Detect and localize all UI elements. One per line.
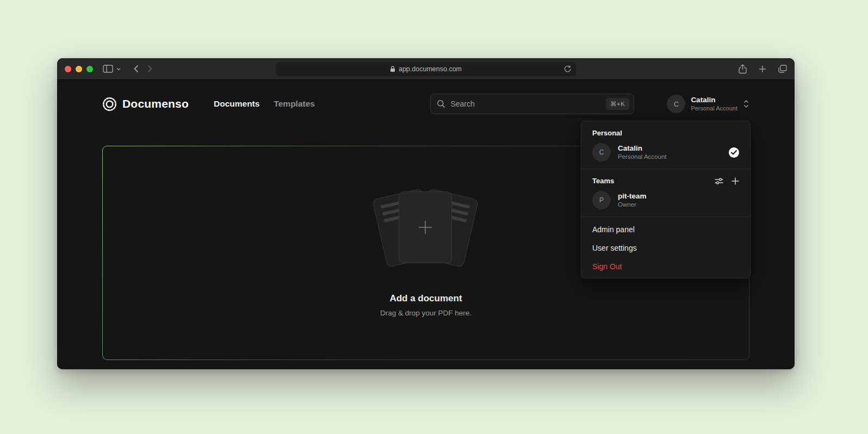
back-button[interactable] [134, 65, 139, 73]
nav-templates[interactable]: Templates [274, 99, 315, 109]
menu-personal-label: Personal [581, 125, 750, 139]
browser-window: app.documenso.com [57, 58, 795, 369]
nav-documents[interactable]: Documents [214, 99, 259, 109]
team-avatar: P [592, 191, 611, 209]
stack-card-center [399, 191, 452, 263]
personal-name: Catalin [618, 144, 667, 153]
account-name: Catalin [691, 96, 737, 105]
dropzone-subtitle: Drag & drop your PDF here. [380, 309, 472, 317]
team-name: pit-team [618, 191, 647, 201]
new-tab-icon[interactable] [759, 65, 766, 73]
url-text: app.documenso.com [399, 65, 462, 73]
account-dropdown-menu: Personal C Catalin Personal Account Team… [581, 121, 751, 278]
documenso-logo-icon [102, 97, 117, 111]
dropzone-title: Add a document [389, 293, 462, 304]
menu-divider [581, 169, 750, 169]
search-icon [437, 100, 445, 108]
traffic-lights [65, 66, 93, 72]
menu-teams-header: Teams [581, 172, 750, 187]
titlebar-right-actions [739, 64, 787, 74]
tab-overview-icon[interactable] [778, 65, 787, 73]
sidebar-toggle-icon[interactable] [103, 65, 113, 73]
address-bar[interactable]: app.documenso.com [276, 62, 576, 76]
brand-name: Documenso [122, 97, 189, 110]
search-input[interactable]: Search ⌘+K [430, 94, 634, 114]
lock-icon [390, 66, 395, 72]
menu-item-user-settings[interactable]: User settings [581, 239, 750, 257]
add-team-icon[interactable] [731, 177, 739, 185]
chevron-up-down-icon [743, 99, 749, 109]
close-window-button[interactable] [65, 66, 71, 72]
account-subtitle: Personal Account [691, 105, 737, 113]
forward-button[interactable] [147, 65, 152, 73]
sidebar-chevron-icon[interactable] [116, 67, 121, 71]
account-menu-trigger[interactable]: C Catalin Personal Account [667, 95, 749, 113]
plus-icon [417, 219, 433, 235]
browser-titlebar: app.documenso.com [57, 58, 795, 80]
app-content: Documenso Documents Templates Search ⌘+K… [57, 80, 795, 369]
zoom-window-button[interactable] [86, 66, 93, 72]
menu-divider [581, 216, 750, 217]
personal-subtitle: Personal Account [618, 153, 667, 161]
main-nav: Documents Templates [214, 99, 315, 109]
account-avatar: C [667, 95, 685, 113]
personal-avatar: C [592, 143, 611, 162]
team-role: Owner [618, 201, 647, 209]
menu-item-admin-panel[interactable]: Admin panel [581, 220, 750, 239]
brand[interactable]: Documenso [102, 97, 189, 111]
menu-personal-account-item[interactable]: C Catalin Personal Account [581, 139, 750, 165]
menu-item-sign-out[interactable]: Sign Out [581, 257, 750, 276]
search-shortcut-badge: ⌘+K [606, 98, 629, 110]
document-stack-illustration [366, 189, 486, 270]
search-placeholder: Search [450, 100, 474, 108]
menu-teams-label: Teams [592, 177, 614, 185]
reload-icon[interactable] [563, 65, 572, 73]
minimize-window-button[interactable] [76, 66, 82, 72]
share-icon[interactable] [739, 64, 747, 74]
manage-teams-icon[interactable] [715, 177, 723, 185]
selected-check-icon [729, 147, 739, 158]
menu-team-item[interactable]: P pit-team Owner [581, 187, 750, 213]
